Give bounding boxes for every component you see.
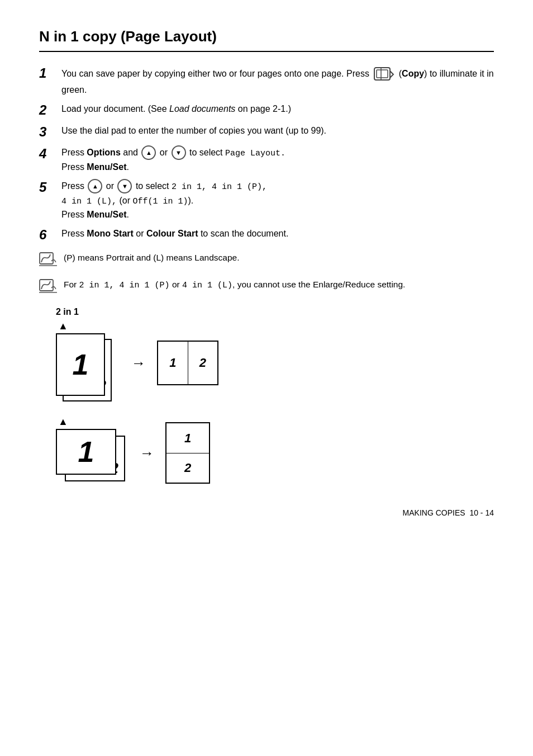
result-row2-page1: 1 bbox=[166, 423, 209, 453]
up-arrow-icon bbox=[141, 145, 156, 160]
step-3-content: Use the dial pad to enter the number of … bbox=[61, 124, 494, 138]
step5-up-icon bbox=[88, 179, 102, 193]
step-5-line1: Press or to select 2 in 1, 4 in 1 (P), bbox=[61, 179, 494, 194]
diagram-row-1: ▲ 2 1 → 1 2 bbox=[56, 320, 494, 406]
step-5-line2: 4 in 1 (L), (or Off(1 in 1)). bbox=[61, 194, 494, 209]
arrow-row1: → bbox=[131, 355, 146, 372]
page-front-row1: 1 bbox=[56, 333, 105, 396]
step-5-num: 5 bbox=[39, 179, 61, 196]
copy-button-icon bbox=[373, 65, 394, 83]
footer: MAKING COPIES 10 - 14 bbox=[403, 508, 494, 517]
page-title: N in 1 copy (Page Layout) bbox=[39, 28, 494, 52]
step-4-line2: Press Menu/Set. bbox=[61, 160, 494, 174]
step-5-content: Press or to select 2 in 1, 4 in 1 (P), 4… bbox=[61, 179, 494, 222]
step-6-content: Press Mono Start or Colour Start to scan… bbox=[61, 227, 494, 240]
step-5: 5 Press or to select 2 in 1, 4 in 1 (P),… bbox=[39, 179, 494, 222]
result-row2-page2: 2 bbox=[166, 453, 209, 483]
step-5-or-text: or bbox=[122, 196, 130, 205]
result-row1-horizontal: 1 2 bbox=[157, 341, 218, 385]
step-3: 3 Use the dial pad to enter the number o… bbox=[39, 124, 494, 140]
step-5-line3: Press Menu/Set. bbox=[61, 208, 494, 221]
diagram-row-2: ▲ 2 1 → 1 2 bbox=[56, 416, 494, 490]
step-1-num: 1 bbox=[39, 65, 61, 82]
footer-label: MAKING COPIES bbox=[403, 508, 465, 517]
step-3-num: 3 bbox=[39, 124, 61, 140]
note2-mono1: 2 in 1, 4 in 1 (P) bbox=[79, 281, 170, 290]
step-4-num: 4 bbox=[39, 146, 61, 162]
step-1-copy-bold: Copy bbox=[402, 69, 424, 78]
step-6: 6 Press Mono Start or Colour Start to sc… bbox=[39, 227, 494, 243]
arrow-row2: → bbox=[140, 445, 154, 462]
page-front-num-row1: 1 bbox=[73, 350, 89, 379]
result-row1-page1: 1 bbox=[158, 342, 188, 384]
step-6-colour-start: Colour Start bbox=[146, 229, 198, 238]
note-icon-1 bbox=[39, 252, 59, 270]
diagram-label: 2 in 1 bbox=[56, 307, 494, 317]
step-4-mono: Page Layout. bbox=[225, 149, 285, 158]
footer-page: 10 - 14 bbox=[469, 508, 494, 517]
page-stack-row2: 2 1 bbox=[56, 429, 129, 490]
step-4-line1: Press Options and or to select Page Layo… bbox=[61, 146, 494, 160]
note-enlarge-reduce: For 2 in 1, 4 in 1 (P) or 4 in 1 (L), yo… bbox=[39, 278, 494, 297]
step-5-mono2: 4 in 1 (L), bbox=[61, 197, 117, 206]
result-row2-vertical: 1 2 bbox=[165, 422, 210, 484]
step-4-menuset: Menu/Set bbox=[87, 162, 126, 172]
page-landscape-front-num: 1 bbox=[78, 435, 94, 469]
page-landscape-front: 1 bbox=[56, 429, 116, 475]
step-2: 2 Load your document. (See Load document… bbox=[39, 102, 494, 119]
step-2-text: Load your document. (See Load documents … bbox=[61, 104, 291, 114]
step-5-mono3: Off(1 in 1) bbox=[133, 197, 188, 206]
note-1-content: (P) means Portrait and (L) means Landsca… bbox=[64, 253, 239, 262]
note-1-text: (P) means Portrait and (L) means Landsca… bbox=[64, 251, 239, 264]
diagram-row2-source: ▲ 2 1 bbox=[56, 416, 129, 490]
svg-rect-1 bbox=[377, 70, 388, 78]
step-1: 1 You can save paper by copying either t… bbox=[39, 65, 494, 97]
page-stack-row1: 2 1 bbox=[56, 333, 120, 406]
note2-or: or bbox=[172, 280, 180, 289]
step-1-text-a: You can save paper by copying either two… bbox=[61, 69, 372, 78]
stack-arrow-up-2: ▲ bbox=[58, 416, 129, 428]
step-6-mono-start: Mono Start bbox=[87, 229, 134, 238]
step-6-num: 6 bbox=[39, 227, 61, 243]
note-2-text: For 2 in 1, 4 in 1 (P) or 4 in 1 (L), yo… bbox=[64, 278, 405, 292]
stack-arrow-up-1: ▲ bbox=[58, 320, 120, 332]
step-3-text: Use the dial pad to enter the number of … bbox=[61, 126, 326, 135]
step-4: 4 Press Options and or to select Page La… bbox=[39, 146, 494, 174]
step-5-menuset: Menu/Set bbox=[87, 210, 126, 219]
step-4-content: Press Options and or to select Page Layo… bbox=[61, 146, 494, 174]
page: N in 1 copy (Page Layout) 1 You can save… bbox=[0, 0, 533, 534]
step-5-mono1: 2 in 1, 4 in 1 (P), bbox=[172, 182, 267, 192]
note-icon-2 bbox=[39, 279, 59, 297]
diagram-row1-source: ▲ 2 1 bbox=[56, 320, 120, 406]
step-4-options: Options bbox=[87, 148, 120, 157]
note2-mono2: 4 in 1 (L) bbox=[182, 281, 232, 290]
result-row1-page2: 2 bbox=[188, 342, 218, 384]
steps-container: 1 You can save paper by copying either t… bbox=[39, 65, 494, 243]
down-arrow-icon bbox=[172, 145, 186, 160]
step-1-content: You can save paper by copying either two… bbox=[61, 65, 494, 97]
note-portrait-landscape: (P) means Portrait and (L) means Landsca… bbox=[39, 251, 494, 270]
step-2-num: 2 bbox=[39, 102, 61, 119]
step-2-content: Load your document. (See Load documents … bbox=[61, 102, 494, 116]
diagram-section: 2 in 1 ▲ 2 1 → 1 bbox=[56, 307, 494, 490]
step5-down-icon bbox=[117, 179, 132, 193]
